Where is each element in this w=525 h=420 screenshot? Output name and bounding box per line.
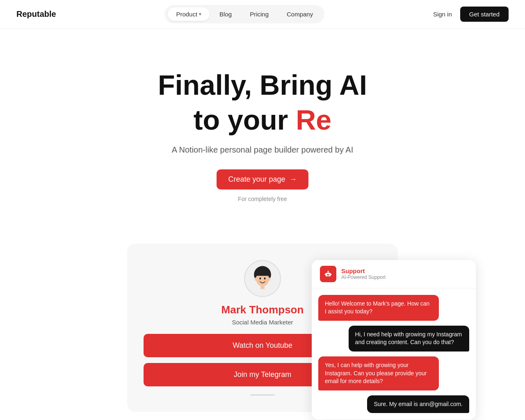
create-page-button[interactable]: Create your page → [217,169,308,189]
svg-point-4 [255,277,257,281]
navbar: Reputable Product ▾ Blog Pricing Company… [0,0,525,29]
avatar-image [246,262,279,295]
robot-icon [323,269,333,279]
svg-rect-15 [325,274,326,275]
hero-title-line1: Finally, Bring AI [16,70,509,100]
chat-header-text: Support AI-Powered Support [341,267,386,280]
arrow-right-icon: → [290,175,297,184]
avatar [244,260,281,297]
chat-message-1: Hello! Welcome to Mark's page. How can I… [318,295,439,321]
chat-panel: Support AI-Powered Support Hello! Welcom… [312,260,476,420]
nav-company[interactable]: Company [278,7,321,21]
sign-in-link[interactable]: Sign in [433,11,452,18]
chat-header: Support AI-Powered Support [312,260,476,288]
svg-rect-6 [260,285,265,289]
svg-point-2 [259,277,261,279]
svg-rect-16 [331,274,331,275]
divider [250,395,275,395]
demo-section: Mark Thompson Social Media Marketer Watc… [0,227,525,412]
bot-icon [320,266,336,282]
nav-blog[interactable]: Blog [211,7,240,21]
chat-message-4: Sure. My email is ann@gmail.com. [367,395,469,413]
chat-message-3: Yes, I can help with growing your Instag… [318,356,439,390]
nav-pricing[interactable]: Pricing [242,7,277,21]
hero-subtitle: A Notion-like personal page builder powe… [16,145,509,155]
get-started-button[interactable]: Get started [460,7,509,22]
chat-messages: Hello! Welcome to Mark's page. How can I… [312,288,476,420]
hero-section: Finally, Bring AI to your Re A Notion-li… [0,29,525,227]
svg-rect-12 [327,275,329,276]
svg-point-3 [264,277,266,279]
nav-links: Product ▾ Blog Pricing Company [164,5,324,23]
svg-point-8 [265,280,267,282]
free-label: For completely free [238,196,287,202]
svg-point-5 [268,277,270,281]
chat-message-2: Hi, I need help with growing my Instagra… [349,326,469,352]
hero-title-line2: to your Re [16,105,509,135]
svg-point-14 [328,271,329,272]
nav-product[interactable]: Product ▾ [168,7,210,21]
chat-bot-name: Support [341,267,386,274]
chat-bot-subtitle: AI-Powered Support [341,274,386,280]
svg-point-7 [258,280,260,282]
svg-rect-10 [327,274,328,275]
svg-rect-11 [329,274,330,275]
logo[interactable]: Reputable [16,9,56,19]
nav-right: Sign in Get started [433,7,509,22]
chevron-icon: ▾ [199,11,201,17]
